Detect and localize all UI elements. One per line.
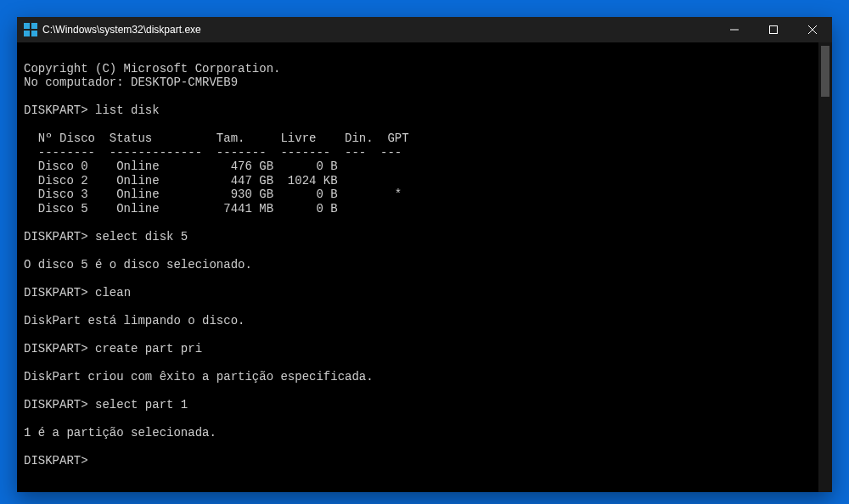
prompt: DISKPART>	[24, 454, 88, 468]
prompt: DISKPART>	[24, 398, 88, 412]
prompt-line: DISKPART> clean	[24, 286, 131, 300]
blank-line	[24, 48, 31, 61]
table-row: Disco 3 Online 930 GB 0 B *	[24, 188, 402, 201]
maximize-button[interactable]	[754, 17, 793, 42]
blank-line	[24, 216, 31, 229]
terminal-window: C:\Windows\system32\diskpart.exe Copyrig…	[17, 17, 832, 492]
disk-table-header: Nº Disco Status Tam. Livre Din. GPT	[24, 132, 409, 145]
prompt: DISKPART>	[24, 104, 88, 117]
blank-line	[24, 118, 31, 132]
blank-line	[24, 384, 31, 397]
blank-line	[24, 440, 31, 453]
prompt-line: DISKPART> select disk 5	[24, 230, 188, 244]
output-line: O disco 5 é o disco selecionado.	[24, 258, 252, 272]
prompt: DISKPART>	[24, 342, 88, 356]
blank-line	[24, 272, 31, 285]
table-row: Disco 0 Online 476 GB 0 B	[24, 160, 338, 173]
app-icon	[24, 23, 37, 36]
blank-line	[24, 356, 31, 369]
computer-line: No computador: DESKTOP-CMRVEB9	[24, 76, 238, 89]
command: clean	[95, 286, 131, 300]
svg-rect-1	[31, 23, 37, 29]
terminal-output[interactable]: Copyright (C) Microsoft Corporation. No …	[17, 42, 818, 492]
blank-line	[24, 328, 31, 341]
output-line: 1 é a partição selecionada.	[24, 426, 216, 440]
blank-line	[24, 300, 31, 313]
command: select disk 5	[95, 230, 188, 244]
blank-line	[24, 412, 31, 425]
blank-line	[24, 244, 31, 257]
scrollbar-thumb[interactable]	[821, 46, 829, 97]
table-row: Disco 5 Online 7441 MB 0 B	[24, 202, 338, 216]
terminal-body: Copyright (C) Microsoft Corporation. No …	[17, 42, 832, 492]
copyright-line: Copyright (C) Microsoft Corporation.	[24, 62, 280, 76]
prompt-line: DISKPART> select part 1	[24, 398, 188, 412]
prompt-line: DISKPART> create part pri	[24, 342, 202, 356]
svg-rect-5	[770, 26, 778, 34]
close-button[interactable]	[793, 17, 832, 42]
prompt-line: DISKPART>	[24, 454, 95, 468]
minimize-button[interactable]	[715, 17, 754, 42]
prompt: DISKPART>	[24, 286, 88, 300]
svg-rect-2	[24, 31, 30, 36]
prompt-line: DISKPART> list disk	[24, 104, 160, 117]
table-row: Disco 2 Online 447 GB 1024 KB	[24, 174, 338, 188]
command: create part pri	[95, 342, 202, 356]
output-line: DiskPart criou com êxito a partição espe…	[24, 370, 374, 384]
prompt: DISKPART>	[24, 230, 88, 244]
svg-rect-3	[31, 31, 37, 36]
blank-line	[24, 90, 31, 104]
desktop-background: C:\Windows\system32\diskpart.exe Copyrig…	[0, 0, 849, 504]
window-controls	[715, 17, 832, 42]
disk-table-divider: -------- ------------- ------- ------- -…	[24, 146, 402, 160]
vertical-scrollbar[interactable]	[818, 42, 832, 492]
title-bar[interactable]: C:\Windows\system32\diskpart.exe	[17, 17, 832, 42]
output-line: DiskPart está limpando o disco.	[24, 314, 245, 328]
window-title: C:\Windows\system32\diskpart.exe	[42, 24, 715, 36]
command: select part 1	[95, 398, 188, 412]
svg-rect-0	[24, 23, 30, 29]
command: list disk	[95, 104, 160, 117]
